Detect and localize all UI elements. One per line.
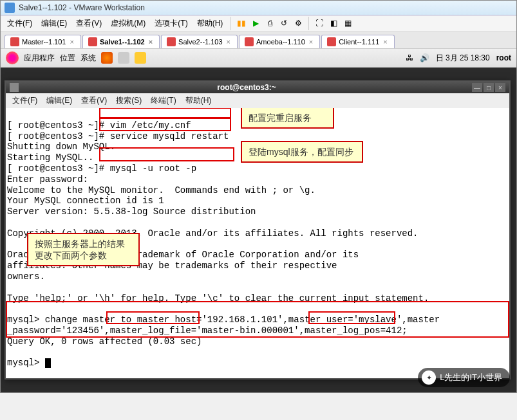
tab-label: Amoeba--1.110: [256, 38, 305, 46]
tmenu-edit[interactable]: 编辑(E): [42, 94, 76, 107]
close-icon[interactable]: ×: [308, 38, 314, 46]
terminal-menubar: 文件(F) 编辑(E) 查看(V) 搜索(S) 终端(T) 帮助(H): [6, 93, 509, 108]
terminal-window: root@centos3:~ — □ × 文件(F) 编辑(E) 查看(V) 搜…: [5, 80, 511, 379]
menu-file[interactable]: 文件(F): [3, 17, 36, 30]
tmenu-view[interactable]: 查看(V): [77, 94, 111, 107]
minimize-button[interactable]: —: [472, 83, 482, 92]
panel-places[interactable]: 位置: [60, 53, 75, 64]
highlight-vim-cmd: [99, 108, 231, 119]
term-line: Server version: 5.5.38-log Source distri…: [7, 206, 256, 217]
close-button[interactable]: ×: [495, 83, 505, 92]
vmware-window: Salve1--1.102 - VMware Workstation 文件(F)…: [0, 0, 517, 393]
vmware-menubar: 文件(F) 编辑(E) 查看(V) 虚拟机(M) 选项卡(T) 帮助(H) ▮▮…: [1, 15, 516, 32]
close-icon[interactable]: ×: [147, 38, 154, 46]
menu-vm[interactable]: 虚拟机(M): [107, 17, 149, 30]
tab-amoeba[interactable]: Amoeba--1.110×: [239, 35, 320, 48]
panel-system[interactable]: 系统: [80, 53, 96, 64]
vm-tabs-bar: Master--1.101× Salve1--1.102× Salve2--1.…: [1, 32, 516, 49]
watermark-text: L先生的IT小世界: [440, 372, 502, 383]
watermark-badge: ✦ L先生的IT小世界: [418, 368, 510, 387]
tab-salve1[interactable]: Salve1--1.102×: [82, 35, 160, 48]
unity-icon[interactable]: ◧: [327, 17, 340, 30]
firefox-icon[interactable]: [101, 52, 113, 64]
menu-help[interactable]: 帮助(H): [193, 17, 227, 30]
tmenu-search[interactable]: 搜索(S): [112, 94, 146, 107]
manage-icon[interactable]: ⚙: [292, 17, 305, 30]
tmenu-terminal[interactable]: 终端(T): [147, 94, 180, 107]
revert-icon[interactable]: ↺: [277, 17, 290, 30]
term-line: [ root@centos3 ~]# vim /etc/my.cnf: [7, 120, 191, 131]
network-icon[interactable]: 🖧: [406, 53, 413, 62]
terminal-content[interactable]: [ root@centos3 ~]# vim /etc/my.cnf [ roo…: [6, 108, 509, 378]
close-icon[interactable]: ×: [68, 38, 75, 46]
vm-display: root@centos3:~ — □ × 文件(F) 编辑(E) 查看(V) 搜…: [1, 68, 516, 392]
cursor: [45, 358, 51, 368]
tab-client[interactable]: Client--1.111×: [321, 35, 394, 48]
annotation-restart: 配置完重启服务: [241, 108, 334, 129]
terminal-titlebar[interactable]: root@centos3:~ — □ ×: [6, 82, 509, 93]
annotation-mysql: 登陆mysql服务，配置同步: [241, 141, 363, 163]
menu-view[interactable]: 查看(V): [72, 17, 106, 30]
term-line: Welcome to the MySQL monitor. Commands e…: [7, 185, 315, 196]
volume-icon[interactable]: 🔊: [420, 53, 429, 62]
term-line: _password='123456',master_log_file='mast…: [7, 325, 408, 336]
term-line: owners.: [7, 271, 45, 282]
clock[interactable]: 日 3月 25 18:30: [436, 53, 490, 64]
play-icon[interactable]: ▶: [249, 17, 262, 30]
terminal-icon: [10, 83, 19, 92]
text-editor-icon[interactable]: [135, 52, 146, 64]
gnome-panel: 应用程序 位置 系统 🖧 🔊 日 3月 25 18:30 root: [1, 49, 516, 68]
thumb-icon[interactable]: ▦: [341, 17, 354, 30]
tab-label: Client--1.111: [339, 38, 379, 46]
term-line: Your MySQL connection id is 1: [7, 196, 164, 206]
menu-edit[interactable]: 编辑(E): [37, 17, 71, 30]
applications-icon[interactable]: [6, 51, 19, 64]
vmware-icon: [5, 3, 15, 13]
annotation-params: 按照主服务器上的结果更改下面两个参数: [27, 233, 140, 266]
close-icon[interactable]: ×: [382, 38, 388, 46]
wechat-icon: ✦: [422, 370, 436, 385]
term-line: Starting MySQL..: [7, 152, 93, 163]
tab-salve2[interactable]: Salve2--1.103×: [161, 35, 238, 48]
term-line: Enter password:: [7, 174, 88, 185]
term-line: Query OK, 0 rows affected (0.03 sec): [7, 336, 202, 347]
tmenu-file[interactable]: 文件(F): [8, 94, 41, 107]
terminal-title: root@centos3:~: [23, 83, 471, 92]
term-line: mysql> change master to master_host='192…: [7, 315, 440, 325]
vmware-titlebar: Salve1--1.102 - VMware Workstation: [1, 1, 516, 15]
fullscreen-icon[interactable]: ⛶: [313, 17, 326, 30]
menu-tabs[interactable]: 选项卡(T): [151, 17, 191, 30]
snapshot-icon[interactable]: ⎙: [263, 17, 276, 30]
tab-master[interactable]: Master--1.101×: [5, 35, 81, 48]
tab-label: Master--1.101: [22, 38, 66, 46]
tab-label: Salve1--1.102: [100, 38, 145, 46]
term-line: mysql>: [7, 358, 51, 368]
tab-label: Salve2--1.103: [178, 38, 223, 46]
pause-icon[interactable]: ▮▮: [235, 17, 248, 30]
file-manager-icon[interactable]: [118, 52, 129, 64]
maximize-button[interactable]: □: [484, 83, 494, 92]
user-label[interactable]: root: [496, 53, 511, 62]
term-line: Type 'help;' or '\h' for help. Type '\c'…: [7, 293, 429, 304]
term-line: [ root@centos3 ~]# service mysqld restar…: [7, 131, 229, 142]
tmenu-help[interactable]: 帮助(H): [182, 94, 216, 107]
term-line: [ root@centos3 ~]# mysql -u root -p: [7, 163, 196, 174]
close-icon[interactable]: ×: [225, 38, 232, 46]
window-title: Salve1--1.102 - VMware Workstation: [19, 3, 145, 12]
panel-applications[interactable]: 应用程序: [24, 53, 55, 64]
